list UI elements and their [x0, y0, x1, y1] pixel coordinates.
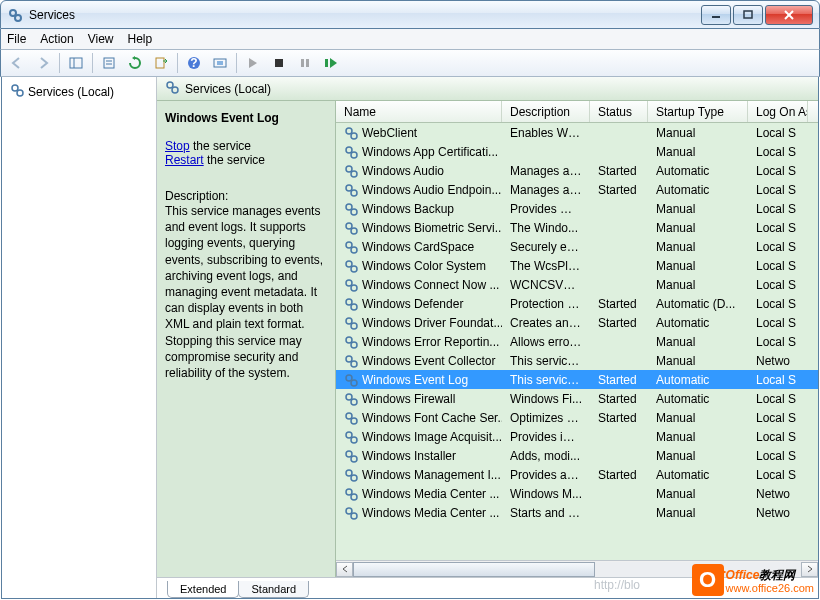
column-startup[interactable]: Startup Type [648, 101, 748, 122]
svg-rect-16 [275, 59, 283, 67]
tree-item-label: Services (Local) [28, 85, 114, 99]
menu-view[interactable]: View [88, 32, 114, 46]
table-row[interactable]: Windows Event CollectorThis service ...M… [336, 351, 818, 370]
maximize-button[interactable] [733, 5, 763, 25]
svg-point-24 [346, 128, 352, 134]
cell-logon: Local S [748, 278, 808, 292]
menu-action[interactable]: Action [40, 32, 73, 46]
service-icon [344, 240, 358, 254]
watermark: O Office教程网 www.office26.com [692, 564, 814, 596]
gear-icon [165, 80, 179, 97]
table-row[interactable]: Windows Error Reportin...Allows error...… [336, 332, 818, 351]
stop-service-button[interactable] [267, 52, 291, 74]
svg-point-29 [351, 171, 357, 177]
svg-point-26 [346, 147, 352, 153]
cell-description: Enables Win... [502, 126, 590, 140]
table-row[interactable]: Windows Color SystemThe WcsPlu...ManualL… [336, 256, 818, 275]
refresh-button[interactable] [123, 52, 147, 74]
cell-logon: Local S [748, 392, 808, 406]
panel-heading-label: Services (Local) [185, 82, 271, 96]
faint-url: http://blo [594, 578, 640, 592]
column-name[interactable]: Name [336, 101, 502, 122]
column-status[interactable]: Status [590, 101, 648, 122]
svg-point-38 [346, 261, 352, 267]
export-button[interactable] [149, 52, 173, 74]
cell-description: Provides im... [502, 430, 590, 444]
window-title: Services [29, 8, 75, 22]
cell-name: Windows Firewall [362, 392, 455, 406]
svg-point-35 [351, 228, 357, 234]
cell-startup: Manual [648, 430, 748, 444]
cell-logon: Local S [748, 145, 808, 159]
table-row[interactable]: Windows Biometric Servi...The Windo...Ma… [336, 218, 818, 237]
cell-name: Windows Error Reportin... [362, 335, 499, 349]
table-row[interactable]: Windows Driver Foundat...Creates and...S… [336, 313, 818, 332]
table-row[interactable]: Windows BackupProvides Wi...ManualLocal … [336, 199, 818, 218]
properties-button[interactable] [97, 52, 121, 74]
svg-point-60 [346, 470, 352, 476]
toolbar: ? [0, 49, 820, 77]
table-row[interactable]: Windows InstallerAdds, modi...ManualLoca… [336, 446, 818, 465]
svg-point-57 [351, 437, 357, 443]
svg-point-52 [346, 394, 352, 400]
cell-description: Securely en... [502, 240, 590, 254]
service-icon [344, 221, 358, 235]
tab-extended[interactable]: Extended [167, 581, 239, 598]
menu-file[interactable]: File [7, 32, 26, 46]
svg-point-36 [346, 242, 352, 248]
cell-logon: Local S [748, 183, 808, 197]
menu-help[interactable]: Help [128, 32, 153, 46]
cell-startup: Automatic [648, 316, 748, 330]
table-row[interactable]: Windows AudioManages au...StartedAutomat… [336, 161, 818, 180]
table-row[interactable]: Windows Media Center ...Windows M...Manu… [336, 484, 818, 503]
table-row[interactable]: Windows Management I...Provides a c...St… [336, 465, 818, 484]
table-row[interactable]: Windows Image Acquisit...Provides im...M… [336, 427, 818, 446]
table-row[interactable]: Windows DefenderProtection a...StartedAu… [336, 294, 818, 313]
start-service-button[interactable] [241, 52, 265, 74]
cell-name: Windows Connect Now ... [362, 278, 499, 292]
cell-description: Optimizes p... [502, 411, 590, 425]
svg-point-37 [351, 247, 357, 253]
svg-point-64 [346, 508, 352, 514]
table-row[interactable]: Windows Event LogThis service ...Started… [336, 370, 818, 389]
svg-point-41 [351, 285, 357, 291]
app-icon [7, 7, 23, 23]
scroll-left-button[interactable] [336, 562, 353, 577]
back-button[interactable] [5, 52, 29, 74]
console-button[interactable] [208, 52, 232, 74]
table-row[interactable]: Windows Font Cache Ser...Optimizes p...S… [336, 408, 818, 427]
table-row[interactable]: Windows Connect Now ...WCNCSVC ...Manual… [336, 275, 818, 294]
table-row[interactable]: Windows FirewallWindows Fi...StartedAuto… [336, 389, 818, 408]
close-button[interactable] [765, 5, 813, 25]
minimize-button[interactable] [701, 5, 731, 25]
table-row[interactable]: WebClientEnables Win...ManualLocal S [336, 123, 818, 142]
table-row[interactable]: Windows App Certificati...ManualLocal S [336, 142, 818, 161]
stop-link[interactable]: Stop [165, 139, 190, 153]
table-row[interactable]: Windows Media Center ...Starts and st...… [336, 503, 818, 522]
scroll-thumb[interactable] [353, 562, 595, 577]
restart-link[interactable]: Restart [165, 153, 204, 167]
column-headers: Name Description Status Startup Type Log… [336, 101, 818, 123]
tree-item-services-local[interactable]: Services (Local) [10, 83, 148, 100]
cell-description: WCNCSVC ... [502, 278, 590, 292]
show-hide-tree-button[interactable] [64, 52, 88, 74]
table-row[interactable]: Windows CardSpaceSecurely en...ManualLoc… [336, 237, 818, 256]
help-button[interactable]: ? [182, 52, 206, 74]
cell-logon: Local S [748, 468, 808, 482]
column-description[interactable]: Description [502, 101, 590, 122]
svg-point-40 [346, 280, 352, 286]
service-icon [344, 297, 358, 311]
service-icon [344, 183, 358, 197]
panel-heading: Services (Local) [157, 77, 818, 101]
restart-service-button[interactable] [319, 52, 343, 74]
forward-button[interactable] [31, 52, 55, 74]
column-logon[interactable]: Log On As [748, 101, 808, 122]
svg-point-49 [351, 361, 357, 367]
svg-point-21 [17, 90, 23, 96]
tab-standard[interactable]: Standard [238, 581, 309, 598]
cell-status: Started [590, 164, 648, 178]
table-row[interactable]: Windows Audio Endpoin...Manages au...Sta… [336, 180, 818, 199]
pause-service-button[interactable] [293, 52, 317, 74]
cell-status: Started [590, 316, 648, 330]
cell-startup: Manual [648, 411, 748, 425]
